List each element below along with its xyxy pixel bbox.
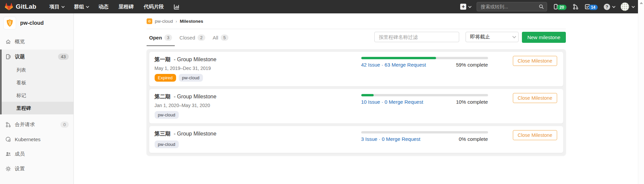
sidebar-item-label: 议题 (15, 54, 25, 60)
progress-track (361, 94, 488, 96)
top-bar: GitLab 项目 群组 动态 里程碑 代码片段 + (0, 0, 638, 13)
close-milestone-button[interactable]: Close Milestone (513, 56, 557, 66)
gitlab-logo[interactable]: GitLab (5, 3, 36, 11)
sort-dropdown[interactable]: 即将截止 (466, 32, 519, 42)
user-avatar (621, 2, 629, 11)
milestone-title-link[interactable]: 第一期 (155, 57, 171, 62)
tab-closed[interactable]: Closed 2 (177, 32, 208, 46)
close-milestone-button[interactable]: Close Milestone (513, 93, 557, 103)
sidebar-item-kubernetes[interactable]: Kubernetes (0, 132, 73, 147)
breadcrumb-project-avatar (147, 18, 152, 24)
issue-mr-links[interactable]: 10 Issue · 0 Merge Request (361, 99, 423, 105)
milestone-row: 第一期 - Group Milestone May 1, 2019–Dec 31… (149, 52, 563, 86)
cluster-icon (5, 136, 11, 142)
breadcrumb: pw-cloud › Milestones (147, 13, 566, 29)
sidebar-item-issues[interactable]: 议题 43 (2, 50, 73, 64)
sidebar-item-label: 成员 (15, 151, 25, 157)
todos-count-badge: 14 (589, 5, 598, 10)
help-menu[interactable]: ? (604, 4, 614, 10)
progress-fill (361, 94, 374, 96)
expired-badge: Expired (155, 74, 176, 82)
milestone-filter-input[interactable] (374, 32, 459, 42)
milestone-date-range: May 1, 2019–Dec 31, 2019 (155, 66, 558, 71)
chevron-down-icon (513, 34, 516, 38)
merge-requests-shortcut[interactable] (573, 4, 579, 10)
sidebar-project-name: pw-cloud (20, 20, 44, 26)
milestone-progress: 42 Issue · 63 Merge Request 59% complete (361, 57, 488, 68)
scrollbar-up-button[interactable] (638, 0, 644, 6)
search-icon[interactable] (539, 4, 544, 9)
breadcrumb-project-link[interactable]: pw-cloud (155, 19, 173, 24)
milestone-title-suffix: - Group Milestone (174, 131, 216, 136)
sidebar-item-members[interactable]: 成员 (0, 147, 73, 161)
chevron-down-icon (86, 5, 89, 8)
sidebar-item-overview[interactable]: 概览 (0, 35, 73, 48)
page-scrollbar[interactable] (638, 0, 644, 184)
milestone-title-link[interactable]: 第二期 (155, 94, 171, 99)
percent-complete: 10% complete (456, 99, 488, 105)
help-icon: ? (604, 4, 610, 10)
sidebar-item-merge-requests[interactable]: 合并请求 0 (0, 117, 73, 132)
sidebar-item-label: 设置 (15, 166, 25, 172)
members-icon (5, 151, 11, 157)
state-tabs: Open 3 Closed 2 All 5 (147, 32, 231, 46)
gear-icon (5, 166, 11, 172)
new-milestone-button[interactable]: New milestone (522, 32, 566, 43)
sidebar-issues-section: 议题 43 列表 看板 标记 里程碑 (0, 50, 73, 114)
sidebar-item-boards[interactable]: 看板 (2, 76, 73, 89)
sidebar-item-labels[interactable]: 标记 (2, 89, 73, 102)
close-milestone-button[interactable]: Close Milestone (513, 130, 557, 140)
search-input[interactable] (477, 2, 547, 11)
milestone-title-suffix: - Group Milestone (174, 94, 216, 99)
project-label-badge[interactable]: pw-cloud (155, 141, 179, 148)
sidebar-item-settings[interactable]: 设置 (0, 161, 73, 176)
sidebar-item-issue-list[interactable]: 列表 (2, 64, 73, 76)
analytics-icon[interactable] (169, 0, 184, 13)
new-menu-button[interactable]: + (460, 4, 471, 10)
milestone-progress: 3 Issue · 0 Merge Request 0% complete (361, 131, 488, 142)
milestones-list: 第一期 - Group Milestone May 1, 2019–Dec 31… (147, 49, 566, 156)
brand-text: GitLab (16, 3, 36, 10)
mr-count-pill: 0 (60, 121, 69, 128)
issue-mr-links[interactable]: 3 Issue · 0 Merge Request (361, 136, 421, 142)
milestone-row: 第二期 - Group Milestone Jan 1, 2020–May 31… (149, 89, 563, 123)
project-label-badge[interactable]: pw-cloud (179, 74, 203, 82)
up-arrow-icon (640, 2, 643, 4)
main-content: pw-cloud › Milestones Open 3 Closed 2 Al… (74, 13, 638, 184)
progress-track (361, 57, 488, 59)
chevron-down-icon (468, 5, 472, 8)
issue-mr-links[interactable]: 42 Issue · 63 Merge Request (361, 62, 426, 68)
tab-all[interactable]: All 5 (210, 32, 231, 46)
chevron-down-icon (632, 5, 635, 8)
tab-all-count: 5 (221, 34, 228, 41)
milestone-date-range: Jan 1, 2020–May 31, 2020 (155, 103, 558, 108)
merge-request-icon (573, 4, 579, 10)
milestone-row: 第三期 - Group Milestone pw-cloud 3 Issue ·… (149, 126, 563, 153)
plus-icon: + (460, 4, 466, 10)
tab-open[interactable]: Open 3 (147, 32, 175, 46)
nav-projects[interactable]: 项目 (45, 0, 68, 13)
breadcrumb-separator: › (176, 19, 177, 24)
sidebar-project-link[interactable]: pw-cloud (0, 13, 73, 32)
issues-icon (5, 54, 11, 60)
tab-open-count: 3 (164, 34, 172, 41)
tanuki-icon (5, 3, 13, 11)
breadcrumb-current-page: Milestones (180, 19, 203, 24)
issues-count-pill: 43 (58, 54, 69, 60)
todos-shortcut[interactable]: 14 (585, 4, 598, 10)
user-menu[interactable] (621, 2, 634, 11)
issues-shortcut[interactable]: 20 (553, 4, 566, 10)
milestone-title-link[interactable]: 第三期 (155, 131, 171, 136)
nav-activity[interactable]: 动态 (94, 0, 113, 13)
percent-complete: 59% complete (456, 62, 488, 68)
milestone-progress: 10 Issue · 0 Merge Request 10% complete (361, 94, 488, 105)
sidebar-item-label: Kubernetes (15, 136, 41, 142)
issues-count-badge: 20 (557, 5, 566, 10)
percent-complete: 0% complete (459, 136, 488, 142)
sidebar-item-milestones[interactable]: 里程碑 (2, 102, 73, 114)
project-label-badge[interactable]: pw-cloud (155, 111, 179, 119)
nav-milestones[interactable]: 里程碑 (114, 0, 138, 13)
nav-groups[interactable]: 群组 (69, 0, 93, 13)
nav-snippets[interactable]: 代码片段 (139, 0, 168, 13)
chevron-down-icon (61, 5, 65, 8)
